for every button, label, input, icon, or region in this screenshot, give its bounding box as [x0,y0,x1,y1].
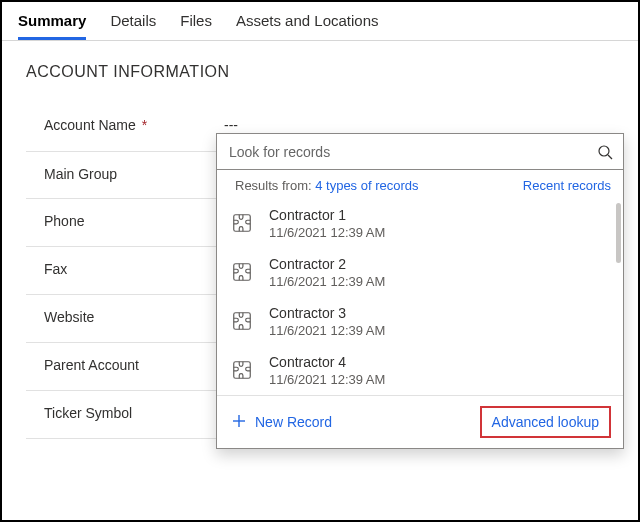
svg-rect-2 [234,214,251,231]
tab-details[interactable]: Details [110,8,156,40]
tab-assets[interactable]: Assets and Locations [236,8,379,40]
new-record-label: New Record [255,414,332,430]
required-marker: * [142,117,147,133]
lookup-input[interactable] [227,143,597,161]
label-account-name: Account Name [44,117,136,133]
tab-files[interactable]: Files [180,8,212,40]
result-item[interactable]: Contractor 4 11/6/2021 12:39 AM [217,346,615,395]
label-website: Website [44,309,94,325]
result-sub: 11/6/2021 12:39 AM [269,225,385,240]
new-record-button[interactable]: New Record [231,413,332,432]
result-title: Contractor 1 [269,207,385,223]
puzzle-icon [231,310,255,334]
label-parent-account: Parent Account [44,357,139,373]
lookup-input-wrap [217,134,623,170]
result-item[interactable]: Contractor 1 11/6/2021 12:39 AM [217,199,615,248]
label-phone: Phone [44,213,84,229]
result-title: Contractor 2 [269,256,385,272]
lookup-footer: New Record Advanced lookup [217,395,623,448]
puzzle-icon [231,359,255,383]
results-list: Contractor 1 11/6/2021 12:39 AM Contract… [217,199,623,395]
advanced-lookup-button[interactable]: Advanced lookup [480,406,611,438]
result-title: Contractor 4 [269,354,385,370]
result-item[interactable]: Contractor 2 11/6/2021 12:39 AM [217,248,615,297]
svg-rect-4 [234,312,251,329]
result-sub: 11/6/2021 12:39 AM [269,274,385,289]
result-sub: 11/6/2021 12:39 AM [269,372,385,387]
svg-point-0 [599,146,609,156]
label-ticker-symbol: Ticker Symbol [44,405,132,421]
svg-rect-5 [234,361,251,378]
result-title: Contractor 3 [269,305,385,321]
section-title: ACCOUNT INFORMATION [26,63,620,81]
scrollbar-thumb[interactable] [616,203,621,263]
results-from-link[interactable]: 4 types of records [315,178,418,193]
puzzle-icon [231,212,255,236]
result-sub: 11/6/2021 12:39 AM [269,323,385,338]
svg-rect-3 [234,263,251,280]
results-from-label: Results from: [235,178,312,193]
label-main-group: Main Group [44,166,117,182]
tab-bar: Summary Details Files Assets and Locatio… [2,2,638,41]
lookup-panel: Results from: 4 types of records Recent … [216,133,624,449]
label-fax: Fax [44,261,67,277]
plus-icon [231,413,247,432]
recent-records-link[interactable]: Recent records [523,178,611,193]
search-icon[interactable] [597,144,613,160]
result-item[interactable]: Contractor 3 11/6/2021 12:39 AM [217,297,615,346]
puzzle-icon [231,261,255,285]
svg-line-1 [608,155,612,159]
results-header: Results from: 4 types of records Recent … [217,170,623,199]
tab-summary[interactable]: Summary [18,8,86,40]
